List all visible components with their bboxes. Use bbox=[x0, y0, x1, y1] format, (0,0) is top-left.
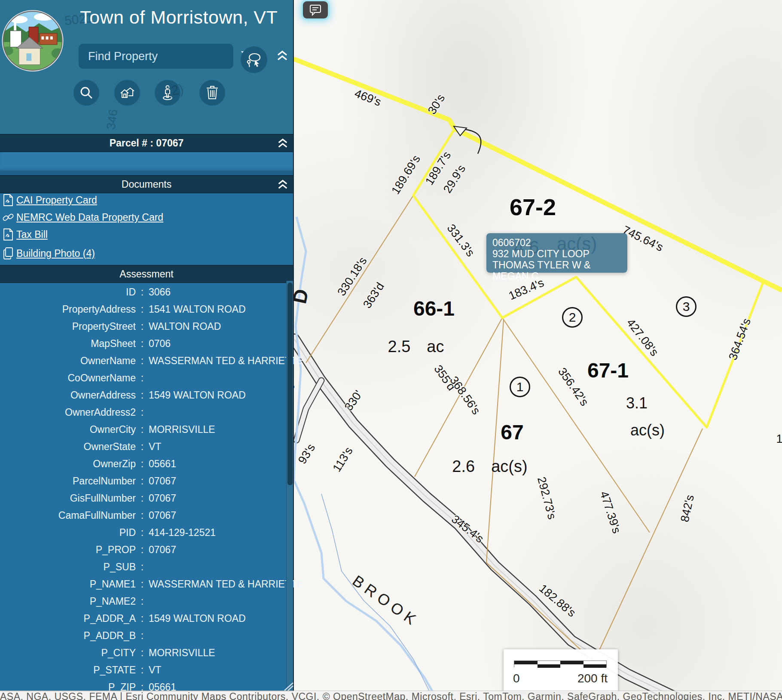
assessment-row: OwnerAddress2: bbox=[0, 404, 293, 421]
assessment-field-label: OwnerName bbox=[0, 355, 136, 367]
assessment-field-label: P_ADDR_A bbox=[0, 613, 136, 624]
site-number-circle: 3 bbox=[676, 296, 696, 317]
assessment-row: P_NAME1:WASSERMAN TED & HARRIETTE bbox=[0, 575, 293, 593]
assessment-field-value: 3066 bbox=[149, 286, 293, 298]
search-tool-button[interactable] bbox=[73, 80, 99, 106]
lasso-select-button[interactable] bbox=[241, 46, 267, 73]
app-title: Town of Morristown, VT bbox=[80, 7, 291, 28]
acreage-label: 3.1 bbox=[626, 394, 648, 412]
assessment-field-value: 1541 WALTON ROAD bbox=[149, 304, 293, 315]
document-link-row: NEMRC Web Data Property Card bbox=[0, 209, 293, 226]
assessment-field-value: 0706 bbox=[149, 338, 293, 350]
assessment-row: PropertyStreet:WALTON ROAD bbox=[0, 318, 293, 335]
search-icon bbox=[79, 85, 94, 100]
document-link-row: CAI Property Card bbox=[0, 192, 293, 209]
assessment-colon: : bbox=[136, 510, 149, 521]
site-number-circle: 2 bbox=[562, 307, 583, 328]
assessment-field-value: WASSERMAN TED & HARRIETTE bbox=[149, 578, 303, 590]
tooltip-address: 932 MUD CITY LOOP bbox=[492, 248, 621, 259]
assessment-colon: : bbox=[136, 424, 149, 435]
assessment-row: OwnerCity:MORRISVILLE bbox=[0, 421, 293, 438]
dimension-label: 355'd bbox=[431, 362, 458, 393]
clear-selection-button[interactable] bbox=[199, 80, 225, 106]
dimension-label: 330.18's bbox=[335, 255, 370, 298]
assessment-field-value: 1549 WALTON ROAD bbox=[149, 613, 293, 624]
assessment-colon: : bbox=[136, 613, 149, 624]
search-box bbox=[79, 44, 233, 69]
dimension-label: 427.08's bbox=[624, 317, 661, 359]
assessment-row: P_NAME2: bbox=[0, 593, 293, 610]
dimension-label: 189.69's bbox=[389, 153, 423, 197]
sidebar-resize-grip[interactable] bbox=[281, 682, 294, 691]
assessment-colon: : bbox=[136, 596, 149, 607]
assessment-colon: : bbox=[136, 390, 149, 401]
assessment-row: MapSheet:0706 bbox=[0, 335, 293, 352]
road-walton bbox=[294, 339, 681, 700]
assessment-field-label: MapSheet bbox=[0, 338, 136, 350]
pdf-document-icon bbox=[0, 194, 16, 207]
assessment-field-label: CoOwnerName bbox=[0, 372, 136, 384]
homes-icon bbox=[119, 85, 135, 100]
streetview-person-button[interactable] bbox=[155, 80, 180, 106]
parcel-id-label: 66-1 bbox=[413, 297, 455, 320]
chat-icon bbox=[309, 4, 322, 16]
assessment-colon: : bbox=[136, 544, 149, 556]
dimension-label: 93's bbox=[296, 441, 318, 466]
dimension-label: 189.7's bbox=[423, 149, 454, 188]
assessment-field-value: 07067 bbox=[149, 493, 293, 504]
assessment-table: ID:3066PropertyAddress:1541 WALTON ROADP… bbox=[0, 279, 293, 691]
document-link[interactable]: NEMRC Web Data Property Card bbox=[16, 212, 163, 223]
assessment-field-value: 05661 bbox=[149, 458, 293, 470]
assessment-row: OwnerState:VT bbox=[0, 438, 293, 455]
town-logo bbox=[1, 9, 64, 72]
documents-link-list: CAI Property CardNEMRC Web Data Property… bbox=[0, 188, 293, 265]
document-link[interactable]: Tax Bill bbox=[16, 229, 48, 240]
assessment-row: OwnerAddress:1549 WALTON ROAD bbox=[0, 387, 293, 404]
assessment-row: P_SUB: bbox=[0, 558, 293, 575]
assessment-field-label: OwnerAddress bbox=[0, 390, 136, 401]
assessment-field-value: VT bbox=[149, 664, 293, 676]
lasso-icon bbox=[245, 51, 263, 69]
assessment-row: P_ADDR_A:1549 WALTON ROAD bbox=[0, 610, 293, 627]
assessment-colon: : bbox=[136, 561, 149, 573]
dimension-label: 842's bbox=[678, 494, 697, 523]
link-icon bbox=[0, 211, 16, 223]
home-parcels-button[interactable] bbox=[114, 80, 140, 106]
assessment-field-value: 07067 bbox=[149, 475, 293, 487]
assessment-field-label: CamaFullNumber bbox=[0, 510, 136, 521]
assessment-row: P_CITY:MORRISVILLE bbox=[0, 644, 293, 661]
assessment-field-label: OwnerAddress2 bbox=[0, 407, 136, 418]
assessment-colon: : bbox=[136, 372, 149, 384]
document-link[interactable]: CAI Property Card bbox=[16, 195, 97, 206]
gis-viewer: 469's30's189.69's189.7's29.9's331.3's745… bbox=[0, 0, 782, 700]
parcel-section-body bbox=[0, 152, 293, 171]
assessment-field-value: 414-129-12521 bbox=[149, 527, 293, 539]
assessment-field-label: PID bbox=[0, 527, 136, 539]
acreage-label: 2.5 ac bbox=[388, 338, 444, 356]
assessment-colon: : bbox=[136, 493, 149, 504]
assessment-row: CoOwnerName: bbox=[0, 369, 293, 387]
assessment-row: GisFullNumber:07067 bbox=[0, 490, 293, 507]
assessment-colon: : bbox=[136, 338, 149, 350]
assessment-field-label: OwnerCity bbox=[0, 424, 136, 435]
comment-button[interactable] bbox=[303, 1, 328, 18]
assessment-field-label: GisFullNumber bbox=[0, 493, 136, 504]
collapse-parcel-chevron[interactable] bbox=[277, 137, 290, 149]
find-property-input[interactable] bbox=[79, 50, 240, 63]
collapse-search-chevron[interactable] bbox=[276, 49, 290, 62]
document-link[interactable]: Building Photo (4) bbox=[16, 248, 95, 259]
dimension-label: 363'd bbox=[360, 280, 387, 311]
assessment-colon: : bbox=[136, 286, 149, 298]
assessment-colon: : bbox=[136, 441, 149, 453]
assessment-row: P_PROP:07067 bbox=[0, 541, 293, 558]
assessment-field-label: P_CITY bbox=[0, 647, 136, 659]
sidebar-scrollbar-thumb[interactable] bbox=[287, 283, 293, 485]
dimension-label: 330' bbox=[342, 388, 365, 414]
sidebar-scrollbar-track[interactable] bbox=[286, 281, 293, 691]
dimension-label: 113's bbox=[330, 445, 356, 475]
scale-bar: 0 200 ft bbox=[504, 649, 618, 692]
assessment-colon: : bbox=[136, 458, 149, 470]
site-number-circle: 1 bbox=[510, 377, 530, 397]
assessment-row: P_STATE:VT bbox=[0, 661, 293, 679]
assessment-field-label: P_PROP bbox=[0, 544, 136, 556]
